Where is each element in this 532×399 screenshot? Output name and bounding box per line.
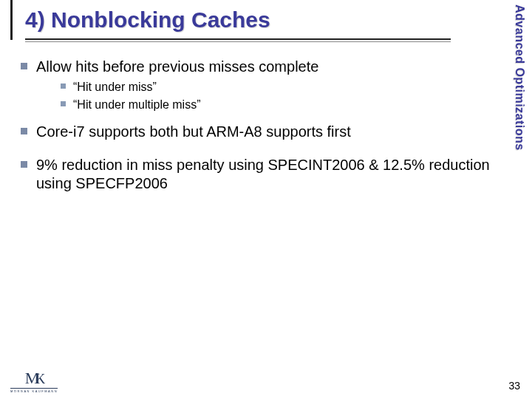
title-accent-bar <box>10 0 13 40</box>
logo-monogram: MK <box>25 370 44 386</box>
bullet-text: Core-i7 supports both but ARM-A8 support… <box>36 123 351 141</box>
square-bullet-icon <box>21 161 27 168</box>
sub-bullet-text: “Hit under miss” <box>73 79 157 95</box>
logo-publisher-name: MORGAN KAUFMANN <box>10 389 58 393</box>
bullet-item: 9% reduction in miss penalty using SPECI… <box>21 156 499 193</box>
slide: 4) Nonblocking Caches Advanced Optimizat… <box>0 0 532 399</box>
logo-letter-k: K <box>35 372 43 386</box>
content-area: Allow hits before previous misses comple… <box>21 49 499 196</box>
bullet-item: Allow hits before previous misses comple… <box>21 58 499 76</box>
bullet-text: Allow hits before previous misses comple… <box>36 58 318 76</box>
square-bullet-icon <box>21 128 27 134</box>
bullet-text: 9% reduction in miss penalty using SPECI… <box>36 156 499 193</box>
title-underline-thick <box>25 38 451 40</box>
title-container: 4) Nonblocking Caches <box>25 4 495 37</box>
sub-bullet-list: “Hit under miss” “Hit under multiple mis… <box>61 79 499 112</box>
publisher-logo: MK MORGAN KAUFMANN <box>10 370 58 393</box>
logo-divider <box>10 388 58 389</box>
sub-bullet-text: “Hit under multiple miss” <box>73 97 200 113</box>
title-underline-thin <box>25 41 451 42</box>
slide-title: 4) Nonblocking Caches <box>25 4 495 37</box>
page-number: 33 <box>508 380 520 392</box>
bullet-item: Core-i7 supports both but ARM-A8 support… <box>21 123 499 141</box>
sub-bullet-item: “Hit under multiple miss” <box>61 97 499 113</box>
square-bullet-icon <box>61 101 66 106</box>
square-bullet-icon <box>21 63 27 69</box>
square-bullet-icon <box>61 83 66 89</box>
sub-bullet-item: “Hit under miss” <box>61 79 499 95</box>
section-label-vertical: Advanced Optimizations <box>510 4 526 197</box>
